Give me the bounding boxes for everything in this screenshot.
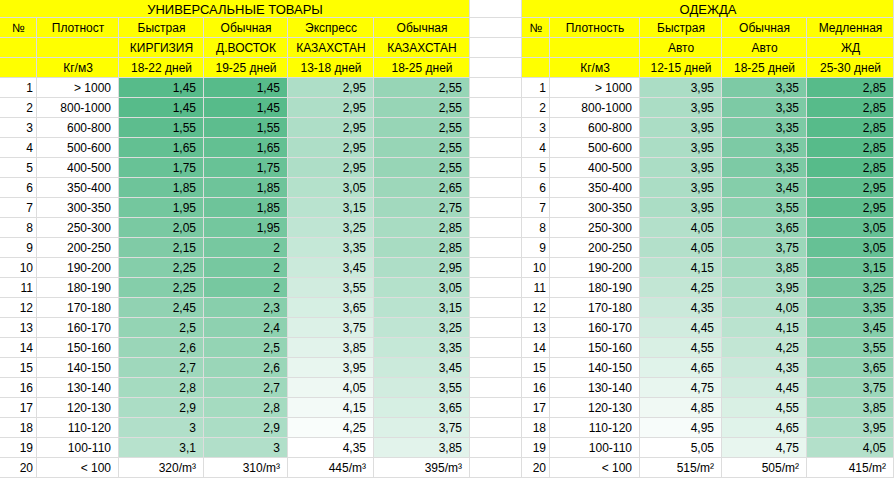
- density-range-cell[interactable]: 150-160: [37, 338, 119, 358]
- price-cell[interactable]: 505/m²: [722, 458, 807, 478]
- price-cell[interactable]: 3,95: [640, 158, 722, 178]
- col-header-number[interactable]: №: [522, 18, 550, 38]
- price-cell[interactable]: 2,55: [374, 138, 470, 158]
- price-cell[interactable]: 4,25: [722, 338, 807, 358]
- price-cell[interactable]: 3,65: [807, 358, 894, 378]
- density-range-cell[interactable]: < 100: [37, 458, 119, 478]
- price-cell[interactable]: 3,95: [640, 118, 722, 138]
- price-cell[interactable]: 3,35: [722, 138, 807, 158]
- price-cell[interactable]: 2,85: [807, 118, 894, 138]
- row-number-cell[interactable]: 8: [522, 218, 550, 238]
- row-number-cell[interactable]: 18: [522, 418, 550, 438]
- density-range-cell[interactable]: 150-160: [550, 338, 640, 358]
- price-cell[interactable]: 3,25: [374, 318, 470, 338]
- density-range-cell[interactable]: 130-140: [550, 378, 640, 398]
- price-cell[interactable]: 3,35: [722, 158, 807, 178]
- service-speed-header[interactable]: Обычная: [204, 18, 288, 38]
- price-cell[interactable]: 3,35: [807, 298, 894, 318]
- price-cell[interactable]: 2,85: [807, 158, 894, 178]
- price-cell[interactable]: 1,55: [204, 118, 288, 138]
- price-cell[interactable]: 3,15: [374, 298, 470, 318]
- col-header-density[interactable]: Плотност: [37, 18, 119, 38]
- price-cell[interactable]: 2,6: [204, 358, 288, 378]
- price-cell[interactable]: 2,7: [119, 358, 204, 378]
- empty-header-cell[interactable]: [0, 58, 37, 78]
- price-cell[interactable]: 2,3: [204, 298, 288, 318]
- service-days-header[interactable]: 13-18 дней: [288, 58, 374, 78]
- price-cell[interactable]: 2,85: [374, 238, 470, 258]
- row-number-cell[interactable]: 16: [0, 378, 37, 398]
- price-cell[interactable]: 3,1: [119, 438, 204, 458]
- service-days-header[interactable]: 18-25 дней: [374, 58, 470, 78]
- service-route-header[interactable]: КАЗАХСТАН: [374, 38, 470, 58]
- price-cell[interactable]: 3,75: [374, 418, 470, 438]
- row-number-cell[interactable]: 20: [0, 458, 37, 478]
- service-route-header[interactable]: Авто: [722, 38, 807, 58]
- price-cell[interactable]: 3,35: [722, 78, 807, 98]
- service-route-header[interactable]: ЖД: [807, 38, 894, 58]
- density-range-cell[interactable]: 160-170: [37, 318, 119, 338]
- row-number-cell[interactable]: 2: [0, 98, 37, 118]
- price-cell[interactable]: 1,85: [204, 178, 288, 198]
- price-cell[interactable]: 3,95: [640, 138, 722, 158]
- price-cell[interactable]: 3,95: [640, 178, 722, 198]
- density-range-cell[interactable]: 180-190: [37, 278, 119, 298]
- price-cell[interactable]: 4,15: [722, 318, 807, 338]
- price-cell[interactable]: 3,65: [722, 218, 807, 238]
- price-cell[interactable]: 1,45: [204, 98, 288, 118]
- price-cell[interactable]: 3,25: [807, 278, 894, 298]
- row-number-cell[interactable]: 18: [0, 418, 37, 438]
- service-days-header[interactable]: 19-25 дней: [204, 58, 288, 78]
- service-route-header[interactable]: Авто: [640, 38, 722, 58]
- price-cell[interactable]: 3,05: [807, 218, 894, 238]
- price-cell[interactable]: 1,45: [119, 78, 204, 98]
- row-number-cell[interactable]: 5: [0, 158, 37, 178]
- price-cell[interactable]: 445/m³: [288, 458, 374, 478]
- service-speed-header[interactable]: Медленная: [807, 18, 894, 38]
- empty-header-cell[interactable]: [37, 38, 119, 58]
- price-cell[interactable]: 2,95: [288, 98, 374, 118]
- price-cell[interactable]: 4,75: [722, 438, 807, 458]
- price-cell[interactable]: 2,85: [807, 138, 894, 158]
- row-number-cell[interactable]: 3: [0, 118, 37, 138]
- price-cell[interactable]: 3,85: [288, 338, 374, 358]
- price-cell[interactable]: 2,15: [119, 238, 204, 258]
- price-cell[interactable]: 4,25: [640, 278, 722, 298]
- table-title[interactable]: УНИВЕРСАЛЬНЫЕ ТОВАРЫ: [0, 0, 470, 18]
- density-range-cell[interactable]: 120-130: [550, 398, 640, 418]
- empty-header-cell[interactable]: [522, 58, 550, 78]
- row-number-cell[interactable]: 11: [0, 278, 37, 298]
- row-number-cell[interactable]: 16: [522, 378, 550, 398]
- price-cell[interactable]: 2,8: [119, 378, 204, 398]
- price-cell[interactable]: 3,15: [288, 198, 374, 218]
- price-cell[interactable]: 4,35: [640, 298, 722, 318]
- price-cell[interactable]: 3,25: [288, 218, 374, 238]
- price-cell[interactable]: 3,55: [374, 378, 470, 398]
- service-speed-header[interactable]: Быстрая: [119, 18, 204, 38]
- price-cell[interactable]: 3,45: [722, 178, 807, 198]
- price-cell[interactable]: 1,85: [204, 198, 288, 218]
- price-cell[interactable]: 1,65: [204, 138, 288, 158]
- density-range-cell[interactable]: 350-400: [37, 178, 119, 198]
- row-number-cell[interactable]: 13: [0, 318, 37, 338]
- price-cell[interactable]: 1,75: [204, 158, 288, 178]
- price-cell[interactable]: 4,05: [640, 238, 722, 258]
- price-cell[interactable]: 2,8: [204, 398, 288, 418]
- density-range-cell[interactable]: 400-500: [550, 158, 640, 178]
- row-number-cell[interactable]: 2: [522, 98, 550, 118]
- price-cell[interactable]: 2: [204, 238, 288, 258]
- price-cell[interactable]: 2,85: [807, 98, 894, 118]
- empty-header-cell[interactable]: [522, 38, 550, 58]
- table-title[interactable]: ОДЕЖДА: [522, 0, 894, 18]
- density-range-cell[interactable]: 350-400: [550, 178, 640, 198]
- row-number-cell[interactable]: 6: [522, 178, 550, 198]
- price-cell[interactable]: 2,6: [119, 338, 204, 358]
- price-cell[interactable]: 3,05: [807, 238, 894, 258]
- density-range-cell[interactable]: 500-600: [550, 138, 640, 158]
- price-cell[interactable]: 1,85: [119, 178, 204, 198]
- row-number-cell[interactable]: 15: [522, 358, 550, 378]
- row-number-cell[interactable]: 8: [0, 218, 37, 238]
- price-cell[interactable]: 2,9: [119, 398, 204, 418]
- col-header-number[interactable]: №: [0, 18, 37, 38]
- row-number-cell[interactable]: 20: [522, 458, 550, 478]
